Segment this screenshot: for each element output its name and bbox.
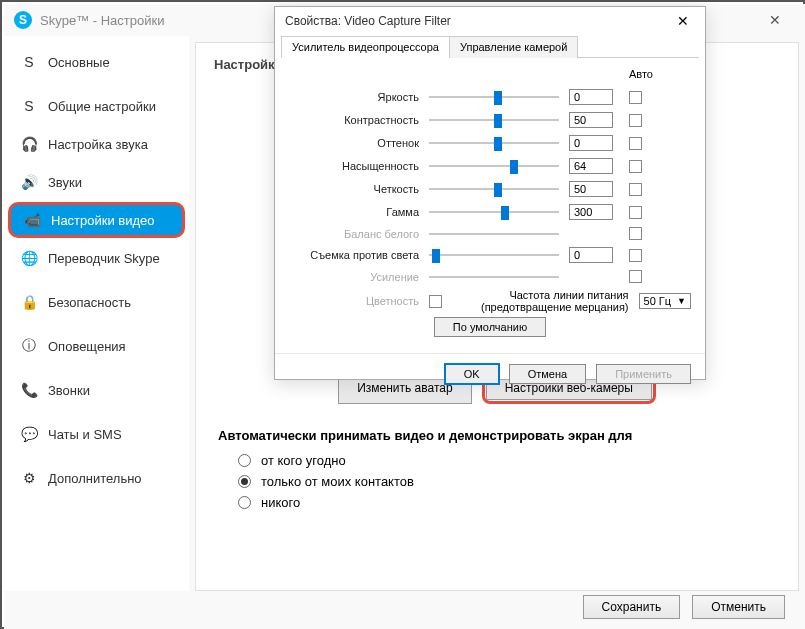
- sidebar-item-audio[interactable]: 🎧Настройка звука: [8, 126, 185, 162]
- phone-icon: 📞: [20, 381, 38, 399]
- sidebar-item-label: Настройка звука: [48, 137, 148, 152]
- info-icon: ⓘ: [20, 337, 38, 355]
- color-checkbox[interactable]: [429, 295, 442, 308]
- slider-7[interactable]: [429, 249, 559, 261]
- skype-icon: S: [20, 53, 38, 71]
- slider-thumb[interactable]: [494, 183, 502, 197]
- flicker-value: 50 Гц: [644, 295, 672, 307]
- auto-checkbox[interactable]: [629, 183, 642, 196]
- auto-checkbox[interactable]: [629, 206, 642, 219]
- slider-0[interactable]: [429, 91, 559, 103]
- sidebar-item-calls[interactable]: 📞Звонки: [8, 372, 185, 408]
- auto-checkbox[interactable]: [629, 114, 642, 127]
- slider-6: [429, 228, 559, 240]
- slider-value-box[interactable]: 0: [569, 247, 613, 263]
- sidebar-item-translator[interactable]: 🌐Переводчик Skype: [8, 240, 185, 276]
- dialog-title: Свойства: Video Capture Filter: [285, 14, 451, 28]
- sidebar-item-advanced[interactable]: ⚙Дополнительно: [8, 460, 185, 496]
- chat-icon: 💬: [20, 425, 38, 443]
- slider-thumb[interactable]: [432, 249, 440, 263]
- skype-logo-icon: S: [14, 11, 32, 29]
- slider-thumb[interactable]: [510, 160, 518, 174]
- sidebar-item-label: Звуки: [48, 175, 82, 190]
- flicker-label: Частота линии питания (предотвращение ме…: [479, 289, 629, 313]
- skype-icon: S: [20, 97, 38, 115]
- dialog-close-button[interactable]: ✕: [671, 13, 695, 29]
- slider-label: Усиление: [289, 271, 419, 283]
- slider-3[interactable]: [429, 160, 559, 172]
- main-window-title: Skype™ - Настройки: [40, 13, 164, 28]
- radio-contacts[interactable]: только от моих контактов: [238, 474, 780, 489]
- slider-8: [429, 271, 559, 283]
- slider-value-box[interactable]: 50: [569, 112, 613, 128]
- radio-label: только от моих контактов: [261, 474, 414, 489]
- sidebar-item-notifications[interactable]: ⓘОповещения: [8, 328, 185, 364]
- slider-thumb[interactable]: [501, 206, 509, 220]
- sidebar-item-general[interactable]: SОбщие настройки: [8, 88, 185, 124]
- radio-label: никого: [261, 495, 300, 510]
- slider-value-box[interactable]: 300: [569, 204, 613, 220]
- chevron-down-icon: ▼: [677, 296, 686, 306]
- globe-icon: 🌐: [20, 249, 38, 267]
- sidebar: SОсновные SОбщие настройки 🎧Настройка зв…: [4, 36, 189, 591]
- sidebar-item-label: Переводчик Skype: [48, 251, 160, 266]
- radio-nobody[interactable]: никого: [238, 495, 780, 510]
- slider-thumb[interactable]: [494, 114, 502, 128]
- auto-column-header: Авто: [629, 68, 651, 80]
- auto-receive-label: Автоматически принимать видео и демонстр…: [218, 428, 780, 443]
- sidebar-item-label: Дополнительно: [48, 471, 142, 486]
- sidebar-item-video[interactable]: 📹Настройки видео: [8, 202, 185, 238]
- skype-settings-window: S Skype™ - Настройки ✕ SОсновные SОбщие …: [4, 4, 805, 629]
- slider-value-box[interactable]: 0: [569, 89, 613, 105]
- radio-icon: [238, 496, 251, 509]
- auto-checkbox[interactable]: [629, 270, 642, 283]
- sidebar-item-label: Звонки: [48, 383, 90, 398]
- sidebar-item-label: Оповещения: [48, 339, 126, 354]
- radio-anyone[interactable]: от кого угодно: [238, 453, 780, 468]
- camera-icon: 📹: [23, 211, 41, 229]
- color-label: Цветность: [289, 295, 419, 307]
- slider-5[interactable]: [429, 206, 559, 218]
- tab-video-amp[interactable]: Усилитель видеопроцессора: [281, 36, 450, 58]
- slider-label: Насыщенность: [289, 160, 419, 172]
- auto-checkbox[interactable]: [629, 227, 642, 240]
- apply-button[interactable]: Применить: [596, 364, 691, 384]
- slider-label: Яркость: [289, 91, 419, 103]
- slider-thumb[interactable]: [494, 91, 502, 105]
- headset-icon: 🎧: [20, 135, 38, 153]
- slider-thumb[interactable]: [494, 137, 502, 151]
- main-close-button[interactable]: ✕: [755, 12, 795, 28]
- slider-value-box[interactable]: 64: [569, 158, 613, 174]
- sidebar-item-label: Основные: [48, 55, 110, 70]
- slider-2[interactable]: [429, 137, 559, 149]
- auto-checkbox[interactable]: [629, 160, 642, 173]
- slider-value-box[interactable]: 0: [569, 135, 613, 151]
- ok-button[interactable]: OK: [445, 364, 499, 384]
- sidebar-item-label: Чаты и SMS: [48, 427, 122, 442]
- auto-checkbox[interactable]: [629, 249, 642, 262]
- defaults-button[interactable]: По умолчанию: [434, 317, 546, 337]
- slider-label: Гамма: [289, 206, 419, 218]
- speaker-icon: 🔊: [20, 173, 38, 191]
- slider-value-box[interactable]: 50: [569, 181, 613, 197]
- gear-icon: ⚙: [20, 469, 38, 487]
- auto-checkbox[interactable]: [629, 91, 642, 104]
- sidebar-item-chats[interactable]: 💬Чаты и SMS: [8, 416, 185, 452]
- sidebar-item-label: Общие настройки: [48, 99, 156, 114]
- tab-camera-control[interactable]: Управление камерой: [449, 36, 578, 58]
- radio-icon: [238, 475, 251, 488]
- sidebar-item-sounds[interactable]: 🔊Звуки: [8, 164, 185, 200]
- sidebar-item-label: Настройки видео: [51, 213, 155, 228]
- sidebar-item-security[interactable]: 🔒Безопасность: [8, 284, 185, 320]
- slider-label: Четкость: [289, 183, 419, 195]
- slider-1[interactable]: [429, 114, 559, 126]
- slider-label: Контрастность: [289, 114, 419, 126]
- radio-icon: [238, 454, 251, 467]
- auto-checkbox[interactable]: [629, 137, 642, 150]
- cancel-button[interactable]: Отменить: [692, 595, 785, 619]
- dialog-cancel-button[interactable]: Отмена: [509, 364, 586, 384]
- save-button[interactable]: Сохранить: [583, 595, 681, 619]
- sidebar-item-main[interactable]: SОсновные: [8, 44, 185, 80]
- slider-4[interactable]: [429, 183, 559, 195]
- flicker-combobox[interactable]: 50 Гц▼: [639, 293, 691, 309]
